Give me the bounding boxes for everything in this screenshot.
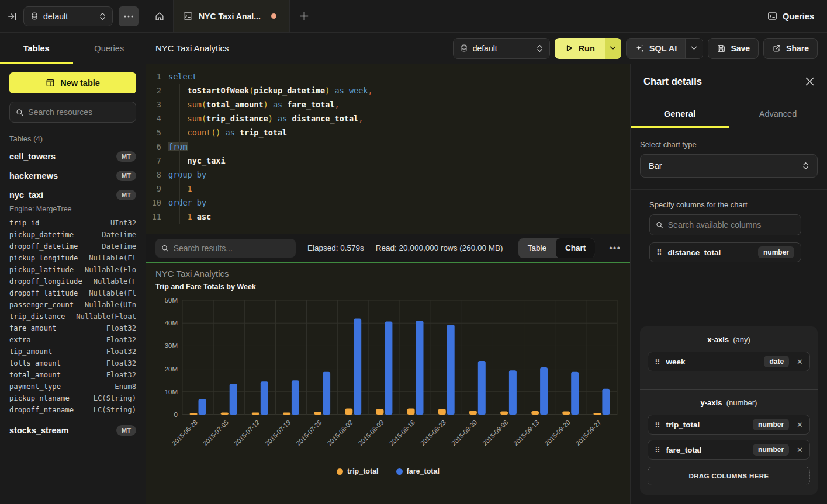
- bar-fare_total[interactable]: [230, 384, 237, 415]
- app-root: default NYC Taxi Anal... Queries: [0, 0, 827, 504]
- legend-item-trip_total[interactable]: trip_total: [337, 467, 378, 475]
- results-search[interactable]: [155, 239, 296, 258]
- query-tab[interactable]: NYC Taxi Anal...: [173, 0, 290, 32]
- view-toggle-table[interactable]: Table: [518, 238, 556, 258]
- table-row[interactable]: cell_towersMT: [9, 147, 136, 166]
- svg-text:0: 0: [174, 411, 178, 418]
- columns-search[interactable]: [649, 214, 801, 235]
- bar-trip_total[interactable]: [252, 413, 259, 415]
- bar-fare_total[interactable]: [416, 321, 424, 415]
- bar-trip_total[interactable]: [221, 413, 229, 415]
- bar-trip_total[interactable]: [345, 408, 352, 415]
- legend-item-fare_total[interactable]: fare_total: [396, 467, 440, 475]
- chart-legend: trip_totalfare_total: [155, 467, 621, 475]
- sidebar: New table Tables (4) cell_towersMThacker…: [0, 64, 146, 504]
- sidebar-search-input[interactable]: [28, 107, 130, 117]
- bar-fare_total[interactable]: [540, 367, 548, 415]
- remove-column-button[interactable]: ✕: [795, 420, 803, 429]
- sidebar-search[interactable]: [9, 102, 136, 123]
- bar-fare_total[interactable]: [509, 370, 517, 415]
- new-table-button[interactable]: New table: [9, 72, 136, 93]
- column-row: dropoff_latitudeNullable(Fl: [9, 287, 136, 299]
- tab-advanced[interactable]: Advanced: [729, 99, 827, 128]
- bar-trip_total[interactable]: [314, 412, 321, 415]
- bar-trip_total[interactable]: [562, 412, 570, 415]
- home-button[interactable]: [146, 0, 173, 32]
- toolbar-database-selector[interactable]: default: [453, 38, 550, 59]
- drag-handle-icon[interactable]: ⠿: [655, 446, 660, 454]
- sql-ai-options-button[interactable]: [685, 39, 703, 58]
- column-chip-fare_total[interactable]: ⠿fare_totalnumber✕: [648, 440, 810, 460]
- sql-editor[interactable]: 1select2 toStartOfWeek(pickup_datetime) …: [146, 64, 630, 234]
- run-options-button[interactable]: [605, 38, 621, 59]
- collapse-sidebar-icon[interactable]: [7, 11, 18, 22]
- column-type: LC(String): [94, 404, 136, 416]
- bar-trip_total[interactable]: [190, 413, 198, 415]
- x-tick-label: 2015-06-28: [171, 419, 199, 447]
- sub-bar: Tables Queries NYC Taxi Analytics defaul…: [0, 33, 827, 64]
- tab-queries[interactable]: Queries: [73, 33, 146, 64]
- bar-chart[interactable]: 010M20M30M40M50M2015-06-282015-07-052015…: [155, 291, 621, 466]
- bar-trip_total[interactable]: [500, 412, 508, 415]
- bar-fare_total[interactable]: [447, 325, 455, 415]
- sql-ai-button[interactable]: SQL AI: [627, 39, 686, 58]
- column-type: UInt32: [110, 217, 136, 229]
- new-tab-button[interactable]: [290, 0, 318, 32]
- bar-fare_total[interactable]: [292, 380, 299, 415]
- table-engine-badge: MT: [116, 171, 136, 181]
- bar-trip_total[interactable]: [407, 408, 415, 415]
- line-number: 7: [146, 154, 168, 168]
- drag-handle-icon[interactable]: ⠿: [656, 249, 662, 256]
- bar-fare_total[interactable]: [323, 372, 330, 415]
- chip-type-badge: number: [753, 444, 789, 456]
- tab-tables[interactable]: Tables: [0, 33, 73, 64]
- toolbar-actions: default Run SQL AI: [453, 38, 818, 59]
- column-chip-week[interactable]: ⠿weekdate✕: [648, 352, 810, 371]
- bar-trip_total[interactable]: [376, 409, 384, 415]
- bar-fare_total[interactable]: [199, 399, 206, 415]
- drag-handle-icon[interactable]: ⠿: [655, 421, 660, 429]
- bar-fare_total[interactable]: [478, 361, 486, 415]
- chevron-updown-icon: [537, 44, 543, 53]
- results-more-button[interactable]: •••: [609, 243, 621, 253]
- x-tick-label: 2015-09-06: [481, 419, 509, 447]
- bar-trip_total[interactable]: [283, 413, 290, 415]
- code-line: 2 toStartOfWeek(pickup_datetime) as week…: [146, 84, 630, 98]
- tab-general[interactable]: General: [631, 99, 729, 128]
- bar-fare_total[interactable]: [571, 372, 579, 415]
- remove-column-button[interactable]: ✕: [795, 357, 803, 366]
- bar-fare_total[interactable]: [602, 389, 610, 415]
- close-panel-button[interactable]: [805, 77, 814, 86]
- column-chip-trip_total[interactable]: ⠿trip_totalnumber✕: [648, 415, 810, 435]
- sidebar-more-button[interactable]: [119, 6, 139, 26]
- remove-column-button[interactable]: ✕: [795, 446, 803, 454]
- column-name: total_amount: [9, 369, 61, 381]
- column-type: Enum8: [115, 381, 136, 392]
- table-row[interactable]: stocks_streamMT: [9, 420, 136, 440]
- save-button[interactable]: Save: [708, 38, 759, 59]
- share-button[interactable]: Share: [763, 38, 818, 59]
- drag-handle-icon[interactable]: ⠿: [655, 358, 660, 366]
- bar-trip_total[interactable]: [531, 411, 539, 415]
- toolbar-database-value: default: [473, 44, 532, 53]
- table-row[interactable]: nyc_taxiMT: [9, 185, 136, 204]
- bar-fare_total[interactable]: [261, 381, 268, 415]
- bar-trip_total[interactable]: [438, 409, 446, 415]
- results-search-input[interactable]: [174, 244, 290, 253]
- run-button[interactable]: Run: [555, 38, 605, 59]
- svg-text:50M: 50M: [165, 297, 178, 304]
- column-name: dropoff_longitude: [9, 276, 82, 287]
- bar-fare_total[interactable]: [385, 322, 392, 415]
- queries-button[interactable]: Queries: [755, 0, 827, 32]
- chart-type-select[interactable]: Bar: [640, 154, 818, 178]
- database-selector[interactable]: default: [23, 6, 113, 26]
- bar-trip_total[interactable]: [594, 413, 601, 415]
- drag-columns-dropzone[interactable]: DRAG COLUMNS HERE: [648, 467, 810, 485]
- bar-fare_total[interactable]: [354, 318, 361, 415]
- table-row[interactable]: hackernewsMT: [9, 166, 136, 185]
- view-toggle-chart[interactable]: Chart: [556, 238, 595, 258]
- bar-trip_total[interactable]: [469, 411, 477, 415]
- column-chip-distance_total[interactable]: ⠿distance_totalnumber: [649, 242, 801, 262]
- close-icon: [805, 77, 814, 86]
- columns-search-input[interactable]: [668, 220, 795, 230]
